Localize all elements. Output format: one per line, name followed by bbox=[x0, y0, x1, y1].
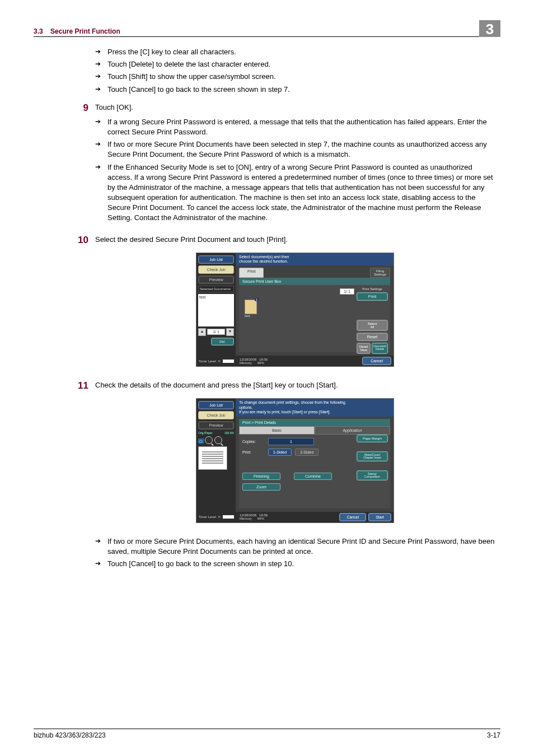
breadcrumb: Secure Print User Box bbox=[239, 278, 390, 285]
preview-button[interactable]: Preview bbox=[198, 421, 234, 430]
toner-gauge-icon bbox=[223, 360, 234, 363]
step11-bullets: If two or more Secure Print Documents, e… bbox=[95, 536, 495, 570]
list-item: Touch [Shift] to show the upper case/sym… bbox=[95, 72, 495, 82]
toner-k-label: K bbox=[218, 515, 221, 519]
breadcrumb: Print > Print Details bbox=[239, 419, 390, 426]
toner-label: Toner Level bbox=[199, 515, 216, 519]
zoom-button[interactable]: Zoom bbox=[242, 483, 280, 491]
section-number: 3.3 bbox=[34, 27, 43, 35]
orig-paper-label: Orig./Paper100.0% bbox=[198, 431, 234, 435]
check-job-button[interactable]: Check Job bbox=[198, 265, 234, 274]
selected-docs-list: test bbox=[198, 294, 234, 326]
cancel-button[interactable]: Cancel bbox=[339, 513, 366, 521]
list-item: Touch [Cancel] to go back to the screen … bbox=[95, 559, 495, 569]
toner-label: Toner Level bbox=[199, 360, 216, 363]
print-tab[interactable]: Print bbox=[239, 268, 264, 278]
basic-tab[interactable]: Basic bbox=[239, 426, 315, 435]
two-sided-button[interactable]: 2-Sided bbox=[295, 449, 318, 456]
detail-view-button[interactable]: Detail View bbox=[357, 343, 371, 354]
step-number-9: 9 bbox=[66, 102, 95, 114]
start-button[interactable]: Start bbox=[368, 513, 391, 521]
job-list-button[interactable]: Job List bbox=[198, 255, 234, 264]
screenshot-step11: Job List Check Job Preview Orig./Paper10… bbox=[196, 398, 394, 522]
print-side-label: Print bbox=[242, 450, 265, 454]
delete-button[interactable]: Del. bbox=[211, 338, 234, 346]
combine-button[interactable]: Combine bbox=[294, 473, 332, 480]
footer-page: 3-17 bbox=[487, 731, 500, 739]
memory-label: Memory bbox=[240, 361, 252, 365]
document-thumbnail[interactable]: 1 test bbox=[245, 300, 257, 318]
section-title: Secure Print Function bbox=[50, 27, 120, 35]
step-text-10: Select the desired Secure Print Document… bbox=[95, 235, 495, 246]
toner-k-label: K bbox=[218, 360, 221, 363]
print-settings-label: Print Settings bbox=[357, 287, 388, 291]
preview-button[interactable]: Preview bbox=[198, 276, 234, 284]
instruction-text: Select document(s) and then choose the d… bbox=[236, 253, 394, 266]
step-number-10: 10 bbox=[66, 235, 95, 246]
check-job-button[interactable]: Check Job bbox=[198, 411, 234, 419]
inner-page-indicator: 1/ 1 bbox=[340, 288, 354, 295]
zoom-in-icon[interactable] bbox=[214, 436, 222, 444]
screenshot-step10: Job List Check Job Preview Selected Docu… bbox=[196, 253, 394, 367]
page-down-button[interactable]: ▼ bbox=[226, 328, 234, 336]
copies-value[interactable]: 1 bbox=[268, 438, 314, 445]
finishing-button[interactable]: Finishing bbox=[242, 473, 280, 480]
select-all-button[interactable]: Select All bbox=[357, 320, 388, 331]
memory-value: 99% bbox=[257, 361, 264, 365]
job-list-button[interactable]: Job List bbox=[198, 401, 234, 409]
stamp-button[interactable]: Stamp/ Composition bbox=[357, 470, 388, 480]
preview-thumbnail bbox=[198, 446, 227, 470]
filing-settings-tab[interactable]: Filing Settings bbox=[370, 268, 390, 278]
memory-value: 99% bbox=[257, 517, 264, 520]
application-tab[interactable]: Application bbox=[315, 426, 390, 435]
step-number-11: 11 bbox=[66, 380, 95, 391]
step-text-9: Touch [OK]. bbox=[95, 102, 495, 114]
instruction-text: To change document print settings, choos… bbox=[236, 399, 394, 416]
chapter-number: 3 bbox=[479, 20, 500, 37]
selected-docs-label: Selected Documents bbox=[198, 286, 234, 292]
list-item: Touch [Delete] to delete the last charac… bbox=[95, 59, 495, 69]
step-text-11: Check the details of the document and pr… bbox=[95, 380, 495, 391]
cancel-button[interactable]: Cancel bbox=[362, 357, 391, 365]
reset-button[interactable]: Reset bbox=[357, 333, 388, 341]
list-item: If the Enhanced Security Mode is set to … bbox=[95, 162, 495, 223]
print-button[interactable]: Print bbox=[357, 292, 388, 301]
list-item: Press the [C] key to clear all character… bbox=[95, 47, 495, 57]
list-item: If two or more Secure Print Documents, e… bbox=[95, 536, 495, 557]
list-item: If a wrong Secure Print Password is ente… bbox=[95, 117, 495, 137]
page-margin-button[interactable]: Page Margin bbox=[357, 435, 388, 442]
list-item: If two or more Secure Print Documents ha… bbox=[95, 139, 495, 160]
list-item: Touch [Cancel] to go back to the screen … bbox=[95, 85, 495, 95]
page-indicator: 1/ 1 bbox=[207, 329, 225, 335]
section-header: 3.3 Secure Print Function bbox=[34, 27, 120, 35]
page-up-button[interactable]: ▲ bbox=[198, 328, 206, 336]
step9-bullets: If a wrong Secure Print Password is ente… bbox=[95, 117, 495, 223]
sheet-cover-button[interactable]: Sheet/Cover/ Chapter Insert bbox=[357, 451, 388, 461]
document-label: test bbox=[245, 314, 257, 318]
one-sided-button[interactable]: 1-Sided bbox=[268, 449, 292, 456]
toner-gauge-icon bbox=[223, 515, 234, 519]
copies-label: Copies: bbox=[242, 440, 265, 444]
memory-label: Memory bbox=[240, 517, 252, 520]
intro-bullets: Press the [C] key to clear all character… bbox=[95, 47, 495, 95]
footer-model: bizhub 423/363/283/223 bbox=[34, 731, 106, 739]
zoom-out-icon[interactable] bbox=[205, 436, 213, 444]
document-details-button[interactable]: Document Details bbox=[372, 343, 388, 354]
magnifier-reset-icon[interactable]: ▢ bbox=[198, 438, 204, 444]
